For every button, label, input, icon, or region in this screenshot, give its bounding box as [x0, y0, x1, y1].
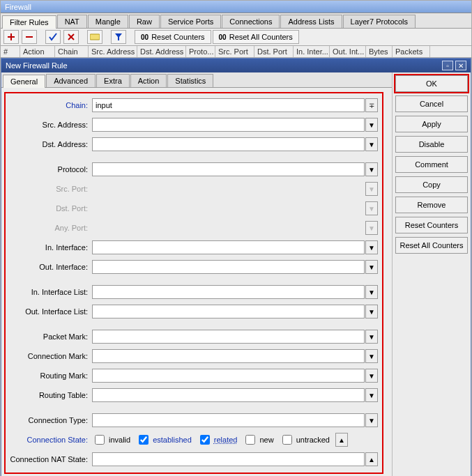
conn_type-dropdown[interactable]: ▼ — [365, 413, 378, 427]
src_addr-field[interactable] — [92, 118, 365, 132]
reset-counters-button[interactable]: Reset Counters — [395, 217, 468, 233]
main-tab-filter-rules[interactable]: Filter Rules — [2, 15, 56, 29]
column-header[interactable]: Chain — [55, 46, 89, 57]
chain-label: Chain: — [10, 101, 92, 109]
svg-rect-2 — [26, 36, 33, 38]
chain-field[interactable] — [92, 98, 365, 112]
conn-state-new-checkbox[interactable] — [245, 435, 255, 445]
column-header[interactable]: In. Inter... — [294, 46, 330, 57]
column-header[interactable]: Dst. Address — [137, 46, 186, 57]
firewall-window: Firewall Filter RulesNATMangleRawService… — [0, 0, 472, 476]
dst_port-expand: ▼ — [365, 201, 378, 215]
main-tab-connections[interactable]: Connections — [222, 15, 280, 28]
reset-counters-button[interactable]: 00Reset Counters — [135, 30, 211, 44]
packet_mark-field[interactable] — [92, 330, 365, 344]
main-tab-mangle[interactable]: Mangle — [88, 15, 128, 28]
enable-button[interactable] — [45, 30, 61, 44]
routing_mark-dropdown[interactable]: ▼ — [365, 369, 378, 383]
routing_table-field[interactable] — [92, 388, 365, 402]
protocol-dropdown[interactable]: ▼ — [365, 162, 378, 176]
reset-all-counters-button[interactable]: 00Reset All Counters — [213, 30, 299, 44]
any_port-label: Any. Port: — [10, 224, 92, 232]
conn-state-untracked-checkbox[interactable] — [282, 435, 292, 445]
conn-state-label: Connection State: — [10, 436, 92, 444]
filter-button[interactable] — [111, 30, 126, 44]
svg-rect-5 — [90, 34, 100, 40]
conn_mark-dropdown[interactable]: ▼ — [365, 349, 378, 363]
column-header[interactable]: Out. Int... — [330, 46, 366, 57]
in_if-field[interactable] — [92, 240, 365, 254]
conn_nat_state-label: Connection NAT State: — [10, 455, 92, 463]
chain-dropdown[interactable]: ∓ — [365, 98, 378, 112]
conn_nat_state-dropdown[interactable]: ▲ — [365, 452, 378, 466]
src_addr-label: Src. Address: — [10, 121, 92, 129]
comment-button[interactable]: Comment — [395, 156, 468, 173]
disable-button[interactable] — [63, 30, 79, 44]
reset-all-counters-button[interactable]: Reset All Counters — [395, 237, 468, 254]
column-header[interactable]: Action — [20, 46, 55, 57]
out_if-dropdown[interactable]: ▼ — [365, 260, 378, 274]
routing_mark-field[interactable] — [92, 369, 365, 383]
copy-button[interactable]: Copy — [395, 176, 468, 193]
protocol-field[interactable] — [92, 162, 365, 176]
main-tab-service-ports[interactable]: Service Ports — [160, 15, 221, 28]
dst_addr-field[interactable] — [92, 137, 365, 151]
column-header[interactable]: Proto... — [186, 46, 215, 57]
conn-state-related-checkbox[interactable] — [200, 435, 210, 445]
main-tab-address-lists[interactable]: Address Lists — [280, 15, 342, 28]
out_if_list-field[interactable] — [92, 305, 365, 318]
conn_mark-field[interactable] — [92, 349, 365, 363]
out_if-field[interactable] — [92, 260, 365, 274]
routing_table-dropdown[interactable]: ▼ — [365, 388, 378, 402]
conn-state-untracked-label: untracked — [296, 436, 330, 444]
dialog-tab-advanced[interactable]: Advanced — [46, 74, 96, 87]
routing_mark-label: Routing Mark: — [10, 371, 92, 380]
remove-button[interactable] — [22, 30, 37, 44]
conn-state-collapse[interactable]: ▲ — [335, 433, 348, 447]
column-header[interactable]: Bytes — [366, 46, 393, 57]
conn-state-invalid-checkbox[interactable] — [95, 435, 105, 445]
dialog-tab-action[interactable]: Action — [130, 74, 167, 87]
dialog-tab-general[interactable]: General — [3, 75, 45, 88]
column-header[interactable]: Src. Address — [89, 46, 137, 57]
packet_mark-dropdown[interactable]: ▼ — [365, 330, 378, 344]
src_addr-dropdown[interactable]: ▼ — [365, 118, 378, 132]
comment-button-icon[interactable] — [87, 30, 102, 44]
in_if_list-field[interactable] — [92, 285, 365, 299]
toolbar: 00Reset Counters 00Reset All Counters — [1, 29, 471, 46]
out_if_list-label: Out. Interface List: — [10, 307, 92, 316]
src_port-field — [92, 182, 365, 196]
out_if_list-dropdown[interactable]: ▼ — [365, 305, 378, 318]
dst_addr-dropdown[interactable]: ▼ — [365, 137, 378, 151]
column-header[interactable]: # — [1, 46, 20, 57]
dialog-tab-extra[interactable]: Extra — [96, 74, 130, 87]
in_if_list-dropdown[interactable]: ▼ — [365, 285, 378, 299]
conn-state-new-label: new — [259, 436, 273, 444]
column-header[interactable]: Packets — [393, 46, 430, 57]
src_port-label: Src. Port: — [10, 185, 92, 193]
remove-button[interactable]: Remove — [395, 197, 468, 213]
dst_port-field — [92, 201, 365, 215]
conn_type-field[interactable] — [92, 413, 365, 427]
dialog-close-icon[interactable]: ✕ — [455, 61, 466, 70]
conn-state-established-checkbox[interactable] — [139, 435, 149, 445]
conn_type-label: Connection Type: — [10, 416, 92, 424]
main-tab-layer7-protocols[interactable]: Layer7 Protocols — [343, 15, 416, 28]
main-tab-raw[interactable]: Raw — [129, 15, 160, 28]
dialog-title: New Firewall Rule — [6, 61, 68, 70]
in_if-label: In. Interface: — [10, 243, 92, 252]
apply-button[interactable]: Apply — [395, 116, 468, 132]
dialog-tab-statistics[interactable]: Statistics — [167, 74, 213, 87]
dialog-restore-icon[interactable]: ▫ — [442, 61, 453, 70]
column-header[interactable]: Dst. Port — [254, 46, 294, 57]
disable-button[interactable]: Disable — [395, 136, 468, 153]
ok-button[interactable]: OK — [395, 75, 468, 92]
in_if-dropdown[interactable]: ▼ — [365, 240, 378, 254]
cancel-button[interactable]: Cancel — [395, 95, 468, 112]
add-button[interactable] — [3, 30, 19, 44]
conn_nat_state-field[interactable] — [92, 452, 365, 466]
column-header[interactable]: Src. Port — [215, 46, 254, 57]
src_port-expand: ▼ — [365, 182, 378, 196]
main-tab-nat[interactable]: NAT — [57, 15, 87, 28]
dialog-side-buttons: OKCancelApplyDisableCommentCopyRemoveRes… — [393, 72, 471, 476]
